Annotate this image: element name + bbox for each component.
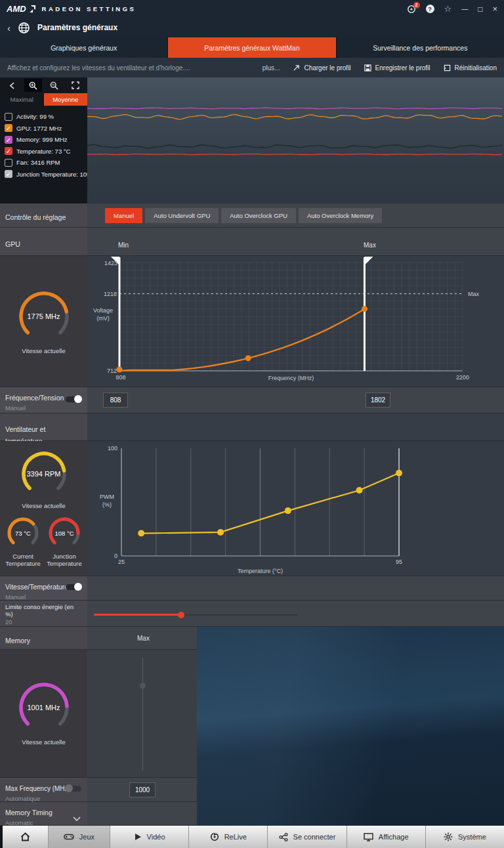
nav-systeme[interactable]: Système — [426, 826, 504, 848]
legend-item-fan[interactable]: Fan: 3416 RPM — [5, 157, 87, 169]
legend-item-gpu[interactable]: ✓GPU: 1772 MHz — [5, 123, 87, 135]
back-button[interactable]: ‹ — [7, 23, 10, 33]
toolbar-description: Affichez et configurez les vitesses du v… — [7, 64, 190, 72]
nav-video[interactable]: Vidéo — [110, 826, 189, 848]
chevron-down-icon[interactable] — [73, 812, 81, 824]
memory-section-label: Memory — [5, 637, 30, 645]
relive-icon — [210, 832, 219, 841]
gpu-frequency-voltage-chart[interactable]: Max712121814238082200Voltage(mV)Frequenc… — [87, 256, 504, 387]
legend-item-memory[interactable]: ✓Memory: 999 MHz — [5, 134, 87, 146]
amd-brand-text: AMD — [7, 4, 26, 14]
nav-relive[interactable]: ReLive — [189, 826, 268, 848]
svg-text:Temperature (°C): Temperature (°C) — [238, 568, 283, 574]
speed-temperature-title: Vitesse/Température — [5, 583, 68, 591]
maximize-button[interactable]: □ — [478, 5, 482, 14]
globe-icon — [18, 22, 30, 34]
fan-curve-chart[interactable]: 10002595PWM(%)Temperature (°C) — [87, 441, 504, 576]
power-limit-row: Limite conso énergie (en %) 20 — [0, 601, 504, 627]
reset-icon — [444, 64, 451, 72]
legend-label: Temperature: 73 °C — [16, 148, 70, 155]
fan-speed-gauge: 3394 RPM — [20, 450, 68, 498]
speed-temperature-row: Vitesse/Température Manuel — [0, 576, 504, 601]
gpu-section-label: GPU — [5, 240, 20, 248]
tab-surveillance-performances[interactable]: Surveillance des performances — [337, 37, 504, 58]
auto-overclock-memory-button[interactable]: Auto Overclock Memory — [299, 208, 382, 223]
system-icon — [444, 832, 453, 841]
frequency-voltage-title: Fréquence/Tension — [5, 394, 64, 402]
temperature-checkbox[interactable]: ✓ — [5, 147, 12, 155]
desktop-wallpaper — [197, 627, 504, 826]
bottom-navigation: Jeux Vidéo ReLive Se connecter Affichage… — [0, 826, 504, 848]
frequency-voltage-row: Fréquence/Tension Manuel 808 1802 — [0, 387, 504, 413]
memory-max-frequency-input[interactable]: 1000 — [129, 782, 156, 797]
memory-frequency-slider[interactable] — [87, 650, 197, 778]
monitor-back-icon[interactable] — [3, 79, 21, 92]
monitor-tab-moyenne[interactable]: Moyenne — [44, 93, 88, 106]
nav-se-connecter[interactable]: Se connecter — [268, 826, 346, 848]
fan-checkbox[interactable] — [5, 159, 12, 167]
junction-checkbox[interactable]: ✓ — [5, 170, 12, 178]
memory-header-row: Memory Max — [0, 627, 197, 650]
reset-zoom-icon[interactable] — [66, 79, 84, 92]
nav-label: ReLive — [224, 833, 247, 841]
nav-affichage[interactable]: Affichage — [347, 826, 426, 848]
legend-item-junction[interactable]: ✓Junction Temperature: 109 °C — [5, 169, 87, 180]
max-frequency-input[interactable]: 1802 — [366, 392, 390, 408]
svg-text:Max: Max — [468, 291, 480, 297]
home-icon — [20, 832, 30, 841]
minimize-button[interactable]: — — [461, 5, 468, 12]
gpu-max-label: Max — [364, 242, 376, 249]
share-icon — [279, 833, 288, 841]
monitor-legend-list: Activity: 99 % ✓GPU: 1772 MHz ✓Memory: 9… — [0, 106, 87, 180]
tab-parametres-wattman[interactable]: Paramètres généraux WattMan — [168, 37, 336, 58]
max-frequency-toggle[interactable] — [66, 786, 81, 792]
auto-undervolt-gpu-button[interactable]: Auto Undervolt GPU — [145, 208, 219, 223]
load-profile-button[interactable]: Charger le profil — [293, 64, 350, 72]
current-temperature-value: 73 °C — [6, 516, 40, 550]
speed-temperature-toggle[interactable] — [66, 584, 81, 590]
gpu-speed-gauge: 1775 MHz — [18, 290, 70, 343]
gamepad-icon — [64, 833, 74, 841]
nav-jeux[interactable]: Jeux — [49, 826, 110, 848]
auto-overclock-gpu-button[interactable]: Auto Overclock GPU — [221, 208, 296, 223]
help-icon[interactable]: ? — [426, 5, 434, 13]
vertical-slider-handle[interactable] — [140, 683, 146, 689]
zoom-out-icon[interactable] — [45, 79, 63, 92]
gpu-checkbox[interactable]: ✓ — [5, 124, 12, 132]
legend-label: Memory: 999 MHz — [16, 136, 68, 143]
manual-button[interactable]: Manuel — [105, 208, 142, 223]
legend-item-activity[interactable]: Activity: 99 % — [5, 111, 87, 123]
slider-handle[interactable] — [178, 612, 184, 618]
power-limit-slider[interactable] — [94, 612, 304, 618]
close-button[interactable]: × — [492, 4, 497, 14]
junction-temperature-gauge: 108 °C — [47, 516, 81, 550]
legend-item-temperature[interactable]: ✓Temperature: 73 °C — [5, 146, 87, 158]
tab-label: Graphiques généraux — [51, 44, 117, 52]
favorite-star-icon[interactable]: ☆ — [444, 4, 452, 14]
tab-label: Maximal — [10, 96, 33, 103]
page-title: Paramètres généraux — [37, 23, 117, 32]
memory-body-row: 1001 MHz Vitesse actuelle — [0, 650, 197, 778]
svg-text:100: 100 — [108, 445, 117, 452]
more-link[interactable]: plus... — [262, 64, 280, 72]
save-icon — [364, 64, 371, 72]
load-arrow-icon — [293, 64, 300, 72]
monitor-tab-maximal[interactable]: Maximal — [0, 93, 44, 106]
power-limit-value: 20 — [5, 618, 82, 625]
reset-button[interactable]: Réinitialisation — [444, 64, 497, 72]
notification-badge: 2 — [413, 2, 420, 9]
junction-temperature-caption: Junction Temperature — [44, 553, 85, 567]
monitor-graph[interactable] — [87, 77, 504, 203]
activity-checkbox[interactable] — [5, 113, 12, 121]
memory-checkbox[interactable]: ✓ — [5, 136, 12, 144]
tab-label: Surveillance des performances — [373, 44, 467, 52]
frequency-voltage-toggle[interactable] — [66, 396, 81, 402]
home-button[interactable] — [3, 826, 49, 848]
min-frequency-input[interactable]: 808 — [103, 392, 128, 408]
svg-text:712: 712 — [107, 368, 117, 374]
tab-graphiques-generaux[interactable]: Graphiques généraux — [0, 37, 168, 58]
load-profile-label: Charger le profil — [304, 64, 350, 72]
notifications-icon[interactable]: 2 — [407, 5, 416, 14]
zoom-in-icon[interactable] — [24, 79, 42, 92]
save-profile-button[interactable]: Enregistrer le profil — [364, 64, 430, 72]
